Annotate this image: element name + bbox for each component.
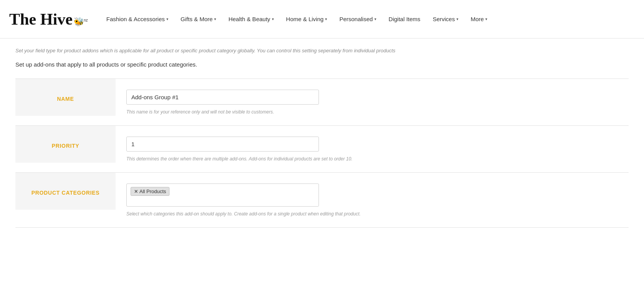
nav-label: Fashion & Accessories: [106, 16, 165, 22]
form-label-priority-cell: PRIORITY: [15, 126, 116, 163]
form-field-product-categories-cell: ✕ All Products Select which categories t…: [116, 173, 629, 227]
chevron-down-icon: ▾: [456, 17, 458, 21]
form-row-product-categories: PRODUCT CATEGORIES ✕ All Products Select…: [15, 172, 629, 228]
chevron-down-icon: ▾: [166, 17, 168, 21]
form-field-name-cell: This name is for your reference only and…: [116, 79, 629, 125]
form-label-product-categories: PRODUCT CATEGORIES: [31, 187, 99, 196]
nav-gifts-more[interactable]: Gifts & More ▾: [174, 13, 222, 25]
nav-label: Services: [433, 16, 455, 22]
name-hint: This name is for your reference only and…: [126, 109, 618, 115]
logo-text: The Hive: [9, 10, 73, 28]
nav-label: Health & Beauty: [228, 16, 270, 22]
form-row-priority: PRIORITY This determines the order when …: [15, 125, 629, 172]
nav-personalised[interactable]: Personalised ▾: [333, 13, 382, 25]
product-categories-hint: Select which categories this add-on shou…: [126, 211, 618, 217]
nav-health-beauty[interactable]: Health & Beauty ▾: [222, 13, 280, 25]
product-categories-tag-input[interactable]: ✕ All Products: [126, 184, 319, 207]
nav-fashion-accessories[interactable]: Fashion & Accessories ▾: [100, 13, 174, 25]
tag-remove-icon[interactable]: ✕: [134, 189, 138, 194]
logo-bee: 🐝nz: [74, 17, 88, 27]
nav-label: Gifts & More: [181, 16, 213, 22]
form-label-product-categories-cell: PRODUCT CATEGORIES: [15, 173, 116, 210]
form-label-priority: PRIORITY: [52, 140, 79, 149]
main-nav: Fashion & Accessories ▾ Gifts & More ▾ H…: [100, 13, 493, 25]
nav-services[interactable]: Services ▾: [426, 13, 465, 25]
chevron-down-icon: ▾: [272, 17, 274, 21]
nav-digital-items[interactable]: Digital Items: [382, 13, 427, 25]
nav-more[interactable]: More ▾: [465, 13, 493, 25]
addon-form: NAME This name is for your reference onl…: [15, 78, 629, 228]
form-label-name-cell: NAME: [15, 79, 116, 116]
nav-label: Home & Living: [286, 16, 324, 22]
nav-label: Personalised: [339, 16, 373, 22]
nav-label: More: [471, 16, 484, 22]
priority-hint: This determines the order when there are…: [126, 156, 618, 162]
chevron-down-icon: ▾: [325, 17, 327, 21]
tag-label: All Products: [139, 189, 166, 194]
form-row-name: NAME This name is for your reference onl…: [15, 78, 629, 125]
form-field-priority-cell: This determines the order when there are…: [116, 126, 629, 172]
logo[interactable]: The Hive🐝nz: [9, 11, 88, 27]
form-label-name: NAME: [57, 93, 74, 102]
chevron-down-icon: ▾: [214, 17, 216, 21]
chevron-down-icon: ▾: [374, 17, 376, 21]
page-description: Set up add-ons that apply to all product…: [15, 61, 629, 68]
tag-all-products[interactable]: ✕ All Products: [131, 187, 169, 196]
chevron-down-icon: ▾: [485, 17, 487, 21]
page-subtitle: Set your field type for product addons w…: [15, 48, 629, 53]
name-input[interactable]: [126, 90, 319, 105]
priority-input[interactable]: [126, 137, 319, 152]
nav-home-living[interactable]: Home & Living ▾: [280, 13, 334, 25]
nav-label: Digital Items: [389, 16, 421, 22]
